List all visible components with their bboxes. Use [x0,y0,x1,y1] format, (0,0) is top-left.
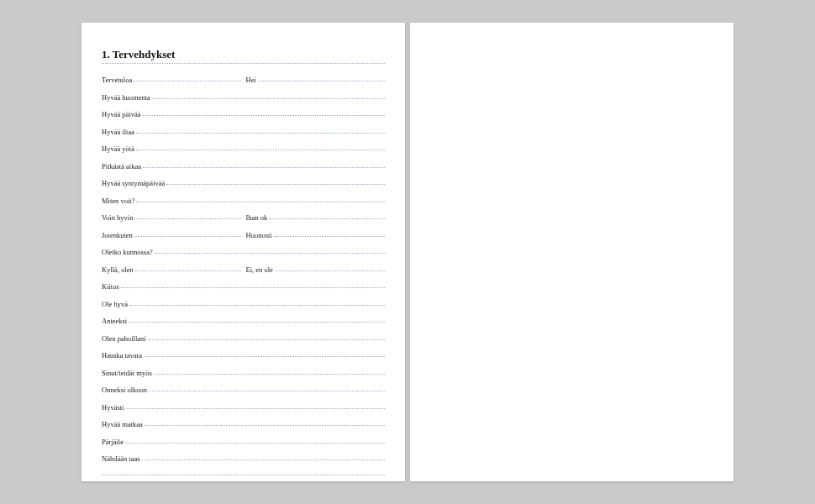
fill-line [142,459,385,460]
title-underline [102,63,385,64]
vocab-cell: Ei, en ole [246,265,386,274]
right-page-grid [410,23,734,481]
fill-line [274,236,385,237]
vocab-label: Miten voit? [102,197,136,205]
vocab-row: Hyvää iltaa [102,128,385,136]
vocab-row: Hyvää syntymäpäivää [102,179,385,187]
vocab-row: Ole hyvä [102,300,385,308]
fill-line [121,287,385,288]
vocab-label: Hyvää yötä [102,144,136,153]
vocab-row: Hauska tavata [102,351,385,360]
vocab-row: Sinut/teidät myös [102,369,385,377]
page-spread: 1. Tervehdykset TervetuloaHeiHyvää huome… [82,23,734,481]
vocab-cell: Tervetuloa [102,76,241,84]
fill-line [125,443,385,444]
vocab-label: Hei [246,76,258,84]
vocab-label: Anteeksi [102,317,129,325]
fill-line [269,218,385,219]
vocab-cell: Hyvää huomenta [102,93,385,102]
fill-line [145,425,385,426]
vocab-row: Hyvää päivää [102,110,385,118]
fill-line [154,374,385,375]
vocab-cell: Olen pahoillani [102,334,385,343]
vocab-cell: Hyvää syntymäpäivää [102,179,385,187]
vocab-label: Nähdään taas [102,454,142,463]
fill-line [166,184,385,185]
fill-line [136,202,385,202]
vocab-cell: Kiitos [102,282,385,291]
vocab-row: Hyvästi [102,403,385,412]
vocab-row: Pärjäile [102,438,385,446]
fill-line [134,81,240,81]
vocab-cell: Pitkästä aikaa [102,162,385,171]
vocab-label: Sinut/teidät myös [102,369,154,377]
vocab-label: Ihan ok [246,213,270,222]
vocab-cell: Oletko kunnossa? [102,248,385,256]
vocab-cell: Voin hyvin [102,213,241,222]
fill-line [275,270,385,271]
vocab-label: Kyllä, olen [102,265,135,274]
vocab-row: Kyllä, olenEi, en ole [102,265,385,274]
fill-line [144,356,385,357]
vocab-row: Voin hyvinIhan ok [102,213,385,222]
fill-line [143,115,386,116]
vocab-cell: Ole hyvä [102,300,385,308]
vocab-row: Hyvää huomenta [102,93,385,102]
vocab-label: Hyvää syntymäpäivää [102,179,166,187]
vocab-label: Onneksi olkoon [102,386,149,394]
vocab-row: Anteeksi [102,317,385,325]
fill-line [129,305,385,306]
vocab-row: Miten voit? [102,197,385,205]
vocab-row: Kiitos [102,282,385,291]
vocab-label: Kiitos [102,282,121,291]
vocab-row: Onneksi olkoon [102,386,385,394]
vocab-cell: Sinut/teidät myös [102,369,385,377]
vocab-label: Ei, en ole [246,265,275,274]
fill-line [135,270,241,271]
left-page: 1. Tervehdykset TervetuloaHeiHyvää huome… [82,23,405,481]
vocab-cell: Hyvästi [102,403,385,412]
vocab-cell: Hyvää matkaa [102,420,385,428]
blank-line [102,475,385,475]
vocab-label: Ole hyvä [102,300,129,308]
fill-line [134,236,241,237]
vocab-cell: Miten voit? [102,197,385,205]
vocab-label: Voin hyvin [102,213,134,222]
vocab-row: Hyvää matkaa [102,420,385,428]
vocab-cell: Hyvää iltaa [102,128,385,136]
vocab-row: Olen pahoillani [102,334,385,343]
vocab-cell: Jotenkuten [102,231,241,239]
fill-line [148,339,385,340]
vocab-label: Hyvästi [102,403,125,412]
vocab-row: Nähdään taas [102,454,385,463]
fill-line [136,150,385,150]
vocab-label: Hyvää huomenta [102,93,152,102]
vocab-cell: Anteeksi [102,317,385,325]
fill-line [136,133,385,134]
fill-line [125,408,385,409]
vocab-cell: Hei [246,76,386,84]
vocab-cell: Nähdään taas [102,454,385,463]
fill-line [134,218,240,219]
vocab-label: Oletko kunnossa? [102,248,155,256]
vocab-label: Hauska tavata [102,351,144,360]
fill-line [143,167,385,168]
vocab-row: TervetuloaHei [102,76,385,84]
vocab-cell: Huonosti [246,231,386,239]
vocab-cell: Hauska tavata [102,351,385,360]
vocab-cell: Hyvää päivää [102,110,385,118]
vocab-row: JotenkutenHuonosti [102,231,385,239]
vocab-label: Tervetuloa [102,76,134,84]
vocab-label: Huonosti [246,231,274,239]
fill-line [258,81,385,81]
vocab-label: Pitkästä aikaa [102,162,143,171]
vocab-label: Hyvää iltaa [102,128,136,136]
fill-line [152,98,385,99]
vocab-cell: Kyllä, olen [102,265,241,274]
vocab-row: Hyvää yötä [102,144,385,153]
vocab-cell: Hyvää yötä [102,144,385,153]
vocab-label: Pärjäile [102,438,125,446]
vocab-label: Jotenkuten [102,231,134,239]
vocab-cell: Onneksi olkoon [102,386,385,394]
vocab-label: Hyvää päivää [102,110,143,118]
